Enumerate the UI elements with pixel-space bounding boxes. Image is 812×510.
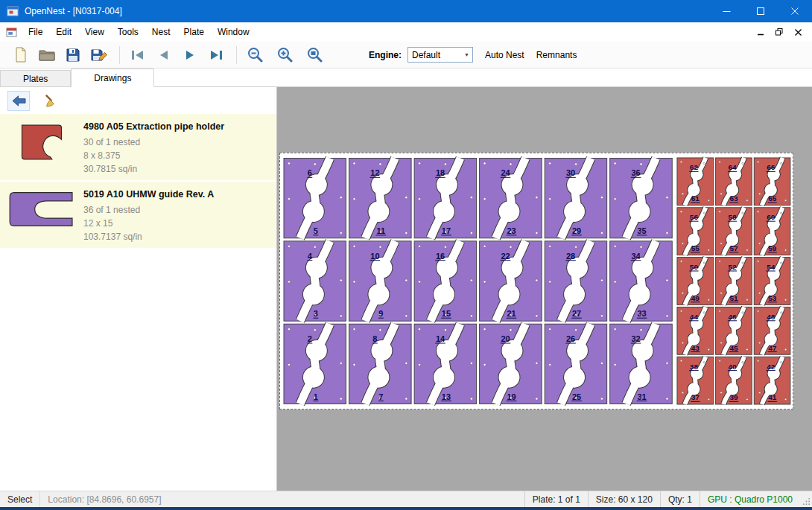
nest-cell[interactable]: 65	[284, 158, 346, 238]
nest-cell[interactable]: 5049	[677, 258, 714, 305]
zoom-in-button[interactable]	[273, 45, 296, 66]
nest-cell[interactable]: 2827	[545, 241, 607, 321]
svg-text:41: 41	[768, 393, 777, 401]
nest-canvas[interactable]: 6512111817242330293635431091615222128273…	[277, 87, 812, 491]
svg-text:8: 8	[372, 334, 377, 343]
mdi-minimize-icon	[758, 29, 764, 36]
nest-cell[interactable]: 3635	[610, 158, 673, 238]
nest-cell[interactable]: 109	[349, 241, 412, 321]
open-folder-icon	[39, 48, 55, 61]
nest-svg[interactable]: 6512111817242330293635431091615222128273…	[280, 153, 793, 409]
statusbar: Select Location: [84.8696, 60.6957] Plat…	[0, 491, 812, 507]
status-mode: Select	[0, 491, 40, 507]
nest-cell[interactable]: 4039	[716, 357, 752, 404]
mdi-restore-button[interactable]	[771, 25, 787, 39]
nest-cell[interactable]: 3837	[677, 357, 714, 404]
svg-text:56: 56	[690, 213, 699, 221]
new-button[interactable]	[9, 45, 33, 66]
svg-text:4: 4	[308, 252, 313, 261]
nest-cell[interactable]: 87	[349, 324, 412, 404]
svg-text:13: 13	[442, 392, 451, 401]
zoom-extents-button[interactable]	[302, 45, 326, 66]
svg-text:2: 2	[308, 334, 312, 343]
close-button[interactable]	[778, 0, 812, 22]
mdi-document-icon[interactable]	[6, 28, 17, 37]
open-button[interactable]	[35, 45, 59, 66]
menubar: FileEditViewToolsNestPlateWindow	[0, 22, 812, 42]
svg-text:16: 16	[436, 252, 445, 261]
svg-text:31: 31	[637, 392, 646, 401]
nest-cell[interactable]: 43	[284, 241, 346, 321]
drawing-nested-count: 36 of 1 nested	[83, 203, 214, 217]
nest-cell[interactable]: 5251	[716, 258, 752, 305]
menu-plate[interactable]: Plate	[177, 22, 211, 42]
previous-plate-button[interactable]	[152, 45, 176, 66]
engine-select[interactable]: Default ▼	[407, 47, 473, 63]
nest-cell[interactable]: 2019	[480, 324, 542, 404]
resize-grip[interactable]	[800, 491, 812, 507]
svg-text:53: 53	[768, 294, 777, 302]
nest-cell[interactable]: 3029	[545, 158, 607, 238]
resize-grip-icon	[802, 497, 811, 506]
maximize-icon	[757, 7, 764, 15]
mdi-minimize-button[interactable]	[752, 25, 769, 39]
nest-cell[interactable]: 1413	[414, 324, 477, 404]
next-plate-button[interactable]	[178, 45, 202, 66]
drawing-list-item[interactable]: 5019 A10 UHMW guide Rev. A 36 of 1 neste…	[0, 182, 276, 248]
nest-cell[interactable]: 1817	[414, 158, 477, 238]
zoom-out-button[interactable]	[243, 45, 267, 66]
nest-cell[interactable]: 21	[284, 324, 346, 404]
import-drawing-button[interactable]	[7, 91, 30, 111]
status-location: Location: [84.8696, 60.6957]	[40, 491, 168, 507]
nest-cell[interactable]: 3231	[610, 324, 673, 404]
svg-text:29: 29	[572, 226, 581, 235]
status-qty: Qty: 1	[660, 491, 700, 507]
nest-cell[interactable]: 2625	[545, 324, 607, 404]
svg-text:12: 12	[370, 168, 379, 177]
clear-drawings-button[interactable]	[39, 91, 61, 111]
mdi-close-button[interactable]	[790, 25, 806, 39]
auto-nest-button[interactable]: Auto Nest	[485, 50, 524, 60]
minimize-button[interactable]	[709, 0, 743, 22]
nest-cell[interactable]: 4443	[677, 307, 714, 354]
svg-text:64: 64	[728, 163, 737, 171]
nest-cell[interactable]: 2221	[480, 241, 542, 321]
nest-cell[interactable]: 4241	[754, 357, 790, 404]
nest-cell[interactable]: 6261	[677, 158, 714, 205]
svg-text:43: 43	[691, 344, 700, 352]
nest-cell[interactable]: 1615	[414, 241, 477, 321]
nest-cell[interactable]: 4645	[716, 307, 752, 354]
nest-cell[interactable]: 5857	[716, 208, 752, 255]
nest-cell[interactable]: 5453	[754, 258, 790, 305]
menu-window[interactable]: Window	[211, 22, 256, 42]
menu-file[interactable]: File	[22, 22, 49, 42]
nest-cell[interactable]: 4847	[754, 307, 790, 354]
tab-plates[interactable]: Plates	[0, 70, 71, 86]
menu-view[interactable]: View	[78, 22, 111, 42]
nest-cell[interactable]: 5655	[677, 208, 714, 255]
svg-text:33: 33	[637, 309, 646, 318]
menu-tools[interactable]: Tools	[111, 22, 145, 42]
remnants-button[interactable]: Remnants	[536, 50, 577, 60]
menu-nest[interactable]: Nest	[145, 22, 177, 42]
drawing-list-item[interactable]: 4980 A05 Extraction pipe holder 30 of 1 …	[0, 114, 276, 180]
last-plate-button[interactable]	[204, 45, 228, 66]
plate[interactable]: 6512111817242330293635431091615222128273…	[279, 153, 793, 409]
svg-text:39: 39	[729, 393, 738, 401]
maximize-button[interactable]	[743, 0, 778, 22]
nest-cell[interactable]: 6463	[716, 158, 752, 205]
svg-text:44: 44	[690, 313, 699, 321]
menu-edit[interactable]: Edit	[49, 22, 78, 42]
nest-cell[interactable]: 6665	[754, 158, 790, 205]
tab-drawings[interactable]: Drawings	[71, 68, 154, 87]
save-button[interactable]	[61, 45, 85, 66]
main-area: 4980 A05 Extraction pipe holder 30 of 1 …	[0, 87, 812, 491]
first-plate-button[interactable]	[126, 45, 150, 66]
save-as-button[interactable]	[87, 45, 111, 66]
nest-cell[interactable]: 6059	[754, 208, 790, 255]
nest-cell[interactable]: 2423	[480, 158, 542, 238]
nest-cell[interactable]: 3433	[610, 241, 673, 321]
window-bottom-border	[0, 507, 812, 510]
svg-text:26: 26	[566, 334, 575, 343]
nest-cell[interactable]: 1211	[349, 158, 412, 238]
